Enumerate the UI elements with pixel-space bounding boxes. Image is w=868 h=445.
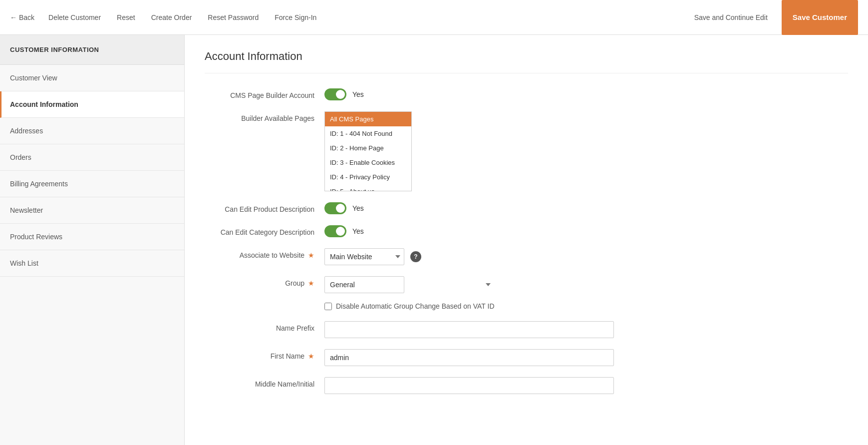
first-name-required: ★	[308, 352, 314, 360]
sidebar-item-customer-view[interactable]: Customer View	[0, 65, 184, 91]
group-row: Group ★ General Disable Automatic Group …	[205, 276, 848, 310]
can-edit-product-slider	[324, 202, 346, 214]
listbox-item-404[interactable]: ID: 1 - 404 Not Found	[325, 126, 411, 141]
sidebar-header: CUSTOMER INFORMATION	[0, 35, 184, 65]
disable-group-change-label: Disable Automatic Group Change Based on …	[336, 302, 495, 310]
can-edit-category-row: Can Edit Category Description Yes	[205, 225, 848, 237]
listbox-item-all-cms-pages[interactable]: All CMS Pages	[325, 112, 411, 126]
sidebar-item-wish-list[interactable]: Wish List	[0, 250, 184, 277]
associate-website-control: Main Website ?	[324, 248, 848, 265]
cms-page-builder-value: Yes	[352, 90, 364, 98]
builder-pages-control: All CMS Pages ID: 1 - 404 Not Found ID: …	[324, 111, 848, 191]
group-label: Group ★	[205, 276, 324, 287]
first-name-label: First Name ★	[205, 349, 324, 360]
listbox-item-home-page[interactable]: ID: 2 - Home Page	[325, 141, 411, 155]
delete-customer-button[interactable]: Delete Customer	[46, 10, 103, 24]
name-prefix-control	[324, 321, 848, 338]
sidebar-item-billing-agreements[interactable]: Billing Agreements	[0, 171, 184, 197]
builder-pages-label: Builder Available Pages	[205, 111, 324, 122]
cms-page-builder-toggle[interactable]	[324, 88, 346, 100]
can-edit-product-value: Yes	[352, 204, 364, 212]
associate-website-row: Associate to Website ★ Main Website ?	[205, 248, 848, 265]
can-edit-product-control: Yes	[324, 202, 848, 214]
builder-pages-listbox[interactable]: All CMS Pages ID: 1 - 404 Not Found ID: …	[324, 111, 412, 191]
cms-page-builder-slider	[324, 88, 346, 100]
disable-group-change-checkbox[interactable]	[324, 303, 332, 310]
sidebar-item-addresses[interactable]: Addresses	[0, 118, 184, 144]
can-edit-category-control: Yes	[324, 225, 848, 237]
cms-page-builder-row: CMS Page Builder Account Yes	[205, 88, 848, 100]
first-name-row: First Name ★	[205, 349, 848, 366]
sidebar-item-product-reviews[interactable]: Product Reviews	[0, 224, 184, 250]
middle-name-row: Middle Name/Initial	[205, 377, 848, 394]
listbox-item-enable-cookies[interactable]: ID: 3 - Enable Cookies	[325, 155, 411, 170]
associate-website-required: ★	[308, 251, 314, 259]
group-required: ★	[308, 279, 314, 287]
create-order-button[interactable]: Create Order	[149, 10, 194, 24]
cms-page-builder-label: CMS Page Builder Account	[205, 88, 324, 99]
reset-password-button[interactable]: Reset Password	[206, 10, 261, 24]
associate-website-select-wrap: Main Website	[324, 248, 404, 265]
main-layout: CUSTOMER INFORMATION Customer View Accou…	[0, 35, 868, 445]
first-name-control	[324, 349, 848, 366]
group-arrow-icon	[486, 283, 491, 286]
listbox-item-about-us[interactable]: ID: 5 - About us	[325, 184, 411, 191]
group-select-wrap: General	[324, 276, 495, 293]
disable-group-change-wrap: Disable Automatic Group Change Based on …	[324, 302, 495, 310]
can-edit-product-row: Can Edit Product Description Yes	[205, 202, 848, 214]
sidebar-item-account-information[interactable]: Account Information	[0, 91, 184, 118]
can-edit-category-label: Can Edit Category Description	[205, 225, 324, 236]
builder-pages-row: Builder Available Pages All CMS Pages ID…	[205, 111, 848, 191]
listbox-item-privacy-policy[interactable]: ID: 4 - Privacy Policy	[325, 170, 411, 184]
can-edit-category-toggle[interactable]	[324, 225, 346, 237]
name-prefix-label: Name Prefix	[205, 321, 324, 332]
can-edit-product-toggle[interactable]	[324, 202, 346, 214]
force-signin-button[interactable]: Force Sign-In	[273, 10, 318, 24]
can-edit-category-slider	[324, 225, 346, 237]
can-edit-product-label: Can Edit Product Description	[205, 202, 324, 213]
sidebar-item-newsletter[interactable]: Newsletter	[0, 197, 184, 224]
associate-website-help-icon[interactable]: ?	[410, 251, 421, 262]
cms-page-builder-control: Yes	[324, 88, 848, 100]
sidebar: CUSTOMER INFORMATION Customer View Accou…	[0, 35, 185, 445]
middle-name-control	[324, 377, 848, 394]
name-prefix-row: Name Prefix	[205, 321, 848, 338]
save-continue-button[interactable]: Save and Continue Edit	[692, 10, 770, 24]
back-button[interactable]: ← Back	[10, 13, 34, 21]
page-title: Account Information	[205, 50, 848, 73]
reset-button[interactable]: Reset	[115, 10, 137, 24]
save-customer-button[interactable]: Save Customer	[782, 0, 858, 35]
associate-website-select[interactable]: Main Website	[324, 248, 404, 265]
group-select[interactable]: General	[324, 276, 404, 293]
middle-name-label: Middle Name/Initial	[205, 377, 324, 388]
first-name-input[interactable]	[324, 349, 614, 366]
back-label: ← Back	[10, 13, 34, 21]
middle-name-input[interactable]	[324, 377, 614, 394]
builder-pages-listbox-wrapper: All CMS Pages ID: 1 - 404 Not Found ID: …	[324, 111, 412, 191]
sidebar-item-orders[interactable]: Orders	[0, 144, 184, 171]
group-control: General Disable Automatic Group Change B…	[324, 276, 848, 310]
associate-website-label: Associate to Website ★	[205, 248, 324, 259]
content-area: Account Information CMS Page Builder Acc…	[185, 35, 868, 445]
can-edit-category-value: Yes	[352, 227, 364, 235]
name-prefix-input[interactable]	[324, 321, 614, 338]
toolbar: ← Back Delete Customer Reset Create Orde…	[0, 0, 868, 35]
